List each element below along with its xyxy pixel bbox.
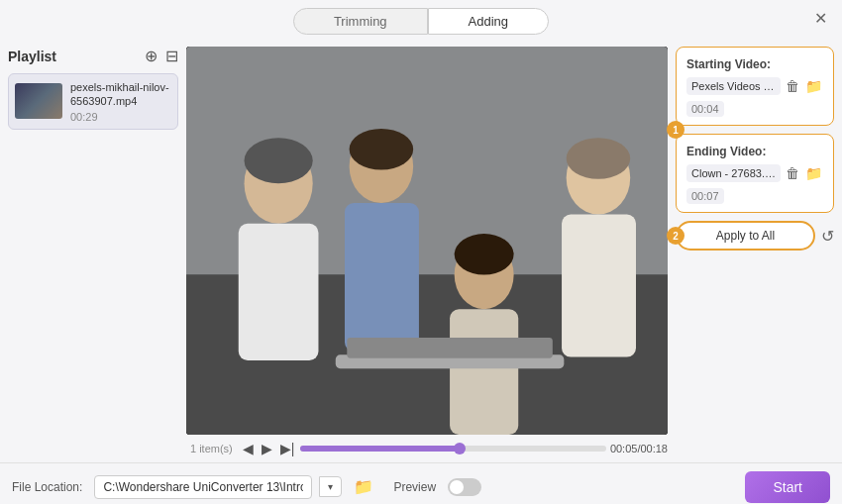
playlist-item-filename: pexels-mikhail-nilov-6563907.mp4	[70, 80, 171, 109]
ending-video-filename: Clown - 27683.mp4	[686, 164, 781, 182]
prev-button[interactable]: ◀	[241, 439, 256, 458]
tab-bar: Trimming Adding	[293, 8, 549, 35]
video-background	[186, 47, 668, 435]
file-location-label: File Location:	[12, 480, 82, 494]
starting-video-folder[interactable]: 📁	[804, 77, 823, 95]
items-count: 1 item(s)	[186, 441, 237, 456]
starting-video-delete[interactable]: 🗑	[785, 77, 800, 95]
ending-video-label: Ending Video:	[686, 145, 823, 158]
ending-video-time: 00:07	[686, 188, 724, 204]
apply-row: 2 Apply to All ↺	[676, 221, 834, 251]
playlist-item-duration: 00:29	[70, 111, 171, 123]
playlist-item-info: pexels-mikhail-nilov-6563907.mp4 00:29	[70, 80, 171, 123]
video-player[interactable]	[186, 47, 668, 435]
svg-rect-8	[450, 309, 518, 435]
toggle-thumb	[450, 480, 464, 494]
svg-point-16	[567, 138, 631, 179]
video-area: 1 item(s) ◀ ▶ ▶| 00:05/00:18	[186, 47, 668, 462]
tab-trimming[interactable]: Trimming	[293, 8, 428, 35]
progress-bar[interactable]	[300, 446, 605, 452]
close-button[interactable]: ✕	[810, 8, 830, 28]
svg-point-15	[455, 234, 514, 275]
preview-label: Preview	[393, 480, 436, 494]
playlist-title: Playlist	[8, 49, 56, 64]
file-path-input[interactable]	[94, 475, 312, 499]
playlist-panel: Playlist ⊕ ⊟ pexels-mikhail-nilov-656390…	[8, 47, 178, 462]
starting-video-time: 00:04	[686, 101, 724, 117]
svg-point-14	[350, 129, 414, 170]
starting-video-card: Starting Video: Pexels Videos 3785.mp4 🗑…	[676, 47, 834, 126]
remove-item-button[interactable]: ⊟	[165, 47, 178, 65]
apply-to-all-button[interactable]: Apply to All	[676, 221, 815, 251]
time-display: 00:05/00:18	[610, 443, 668, 454]
progress-filled	[300, 446, 459, 452]
ending-video-time-row: 00:07	[686, 186, 823, 204]
title-bar: Trimming Adding ✕	[0, 0, 842, 47]
step-1-badge: 1	[667, 121, 684, 139]
playlist-header: Playlist ⊕ ⊟	[8, 47, 178, 65]
next-button[interactable]: ▶|	[278, 439, 297, 458]
video-controls: 1 item(s) ◀ ▶ ▶| 00:05/00:18	[186, 435, 668, 462]
browse-folder-button[interactable]: 📁	[354, 477, 373, 496]
svg-rect-10	[562, 214, 636, 356]
video-scene-svg	[186, 47, 668, 435]
step-2-badge: 2	[667, 227, 684, 245]
right-panel: 1 Starting Video: Pexels Videos 3785.mp4…	[676, 47, 834, 462]
path-dropdown-button[interactable]: ▾	[319, 476, 342, 497]
svg-rect-6	[345, 203, 419, 352]
starting-video-time-row: 00:04	[686, 99, 823, 117]
main-content: Playlist ⊕ ⊟ pexels-mikhail-nilov-656390…	[0, 47, 842, 462]
starting-video-row: Pexels Videos 3785.mp4 🗑 📁	[686, 77, 823, 95]
svg-rect-12	[347, 338, 553, 358]
ending-video-card: Ending Video: Clown - 27683.mp4 🗑 📁 00:0…	[676, 134, 834, 213]
right-panel-wrapper: 1 Starting Video: Pexels Videos 3785.mp4…	[676, 47, 834, 251]
playlist-item[interactable]: pexels-mikhail-nilov-6563907.mp4 00:29	[8, 73, 178, 130]
svg-point-13	[245, 138, 313, 183]
svg-rect-4	[239, 224, 319, 360]
progress-thumb	[454, 443, 466, 454]
playlist-actions: ⊕ ⊟	[145, 47, 178, 65]
video-scene	[186, 47, 668, 435]
bottom-bar: File Location: ▾ 📁 Preview Start	[0, 462, 842, 504]
starting-video-filename: Pexels Videos 3785.mp4	[686, 77, 781, 95]
add-item-button[interactable]: ⊕	[145, 47, 158, 65]
ending-video-folder[interactable]: 📁	[804, 164, 823, 182]
preview-toggle[interactable]	[448, 478, 481, 496]
playlist-thumbnail	[15, 83, 62, 119]
ending-video-delete[interactable]: 🗑	[785, 164, 800, 182]
start-button[interactable]: Start	[745, 471, 830, 503]
tab-adding[interactable]: Adding	[428, 8, 549, 35]
starting-video-label: Starting Video:	[686, 57, 823, 71]
play-button[interactable]: ▶	[260, 439, 274, 458]
ending-video-row: Clown - 27683.mp4 🗑 📁	[686, 164, 823, 182]
reset-button[interactable]: ↺	[821, 227, 834, 246]
cards-section: 1 Starting Video: Pexels Videos 3785.mp4…	[676, 47, 834, 213]
